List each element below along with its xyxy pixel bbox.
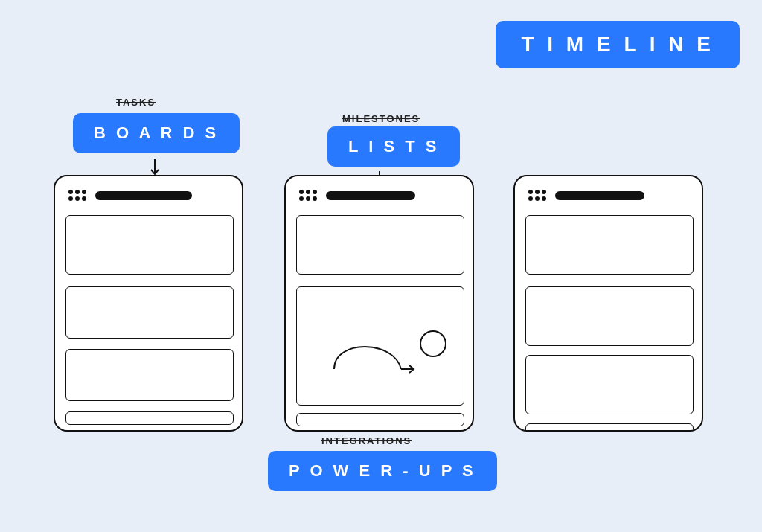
boards-badge[interactable]: B O A R D S (73, 113, 240, 153)
powerups-badge[interactable]: P O W E R - U P S (268, 451, 497, 491)
tasks-label: TASKS (116, 97, 156, 108)
curve-arrow (319, 324, 431, 384)
main-canvas: GANTT CHART T I M E L I N E TASKS B O A … (0, 0, 762, 532)
milestones-label: MILESTONES (342, 113, 420, 124)
phone-mockup-boards (54, 175, 243, 432)
phone-mockup-cards (513, 175, 703, 432)
integrations-label: INTEGRATIONS (321, 435, 412, 446)
timeline-badge[interactable]: T I M E L I N E (496, 21, 740, 68)
phone-mockup-lists (284, 175, 474, 432)
lists-badge[interactable]: L I S T S (327, 126, 460, 167)
